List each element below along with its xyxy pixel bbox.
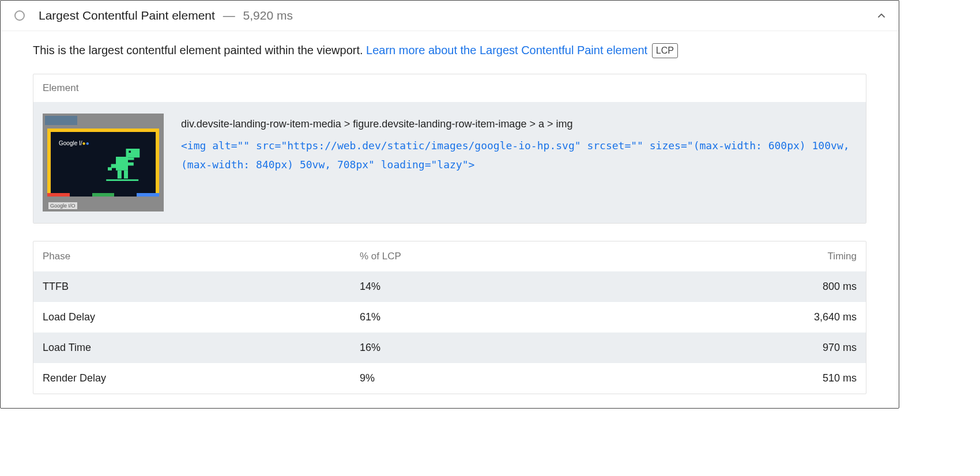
cell-phase: Load Time [43,342,360,354]
phase-table: Phase % of LCP Timing TTFB 14% 800 ms Lo… [33,241,866,394]
svg-rect-0 [126,149,140,157]
element-section-header: Element [33,74,866,102]
cell-phase: Load Delay [43,311,360,323]
svg-rect-5 [118,171,122,179]
lcp-badge: LCP [652,43,678,58]
table-header-row: Phase % of LCP Timing [33,241,866,271]
status-neutral-icon [14,10,25,21]
audit-description: This is the largest contentful element p… [33,41,866,59]
audit-header[interactable]: Largest Contentful Paint element — 5,920… [1,1,899,31]
col-header-pct: % of LCP [360,251,741,262]
cell-timing: 970 ms [741,342,857,354]
element-section: Element Google I/●● [33,74,866,224]
cell-pct: 16% [360,342,741,354]
cell-timing: 510 ms [741,372,857,384]
svg-rect-3 [111,164,117,168]
cell-pct: 14% [360,281,741,293]
learn-more-link[interactable]: Learn more about the Largest Contentful … [366,44,647,56]
chevron-up-icon[interactable] [876,10,887,21]
table-row: TTFB 14% 800 ms [33,271,866,302]
audit-title: Largest Contentful Paint element [39,9,215,22]
svg-rect-8 [106,179,138,181]
col-header-phase: Phase [43,251,360,262]
audit-body: This is the largest contentful element p… [1,31,899,408]
cell-phase: Render Delay [43,372,360,384]
cell-timing: 3,640 ms [741,311,857,323]
table-row: Load Delay 61% 3,640 ms [33,302,866,333]
thumbnail-footer: Google I/O [48,202,77,209]
svg-rect-4 [108,167,112,171]
dino-icon [104,145,144,185]
col-header-timing: Timing [741,251,857,262]
cell-phase: TTFB [43,281,360,293]
audit-panel: Largest Contentful Paint element — 5,920… [0,0,899,409]
element-html-snippet: <img alt="" src="https://web.dev/static/… [181,137,857,174]
audit-timing: 5,920 ms [243,9,293,22]
title-separator: — [220,9,239,22]
element-row: Google I/●● [33,102,866,223]
cell-pct: 9% [360,372,741,384]
description-text: This is the largest contentful element p… [33,44,366,56]
element-selector-path: div.devsite-landing-row-item-media > fig… [181,115,857,133]
cell-pct: 61% [360,311,741,323]
table-row: Load Time 16% 970 ms [33,333,866,363]
svg-rect-9 [129,151,131,153]
table-row: Render Delay 9% 510 ms [33,363,866,394]
element-thumbnail: Google I/●● [43,114,164,211]
thumbnail-label: Google I/●● [59,140,89,146]
svg-rect-7 [128,163,134,166]
svg-rect-2 [116,157,128,171]
svg-rect-6 [124,171,128,179]
element-detail: div.devsite-landing-row-item-media > fig… [181,114,857,174]
cell-timing: 800 ms [741,281,857,293]
